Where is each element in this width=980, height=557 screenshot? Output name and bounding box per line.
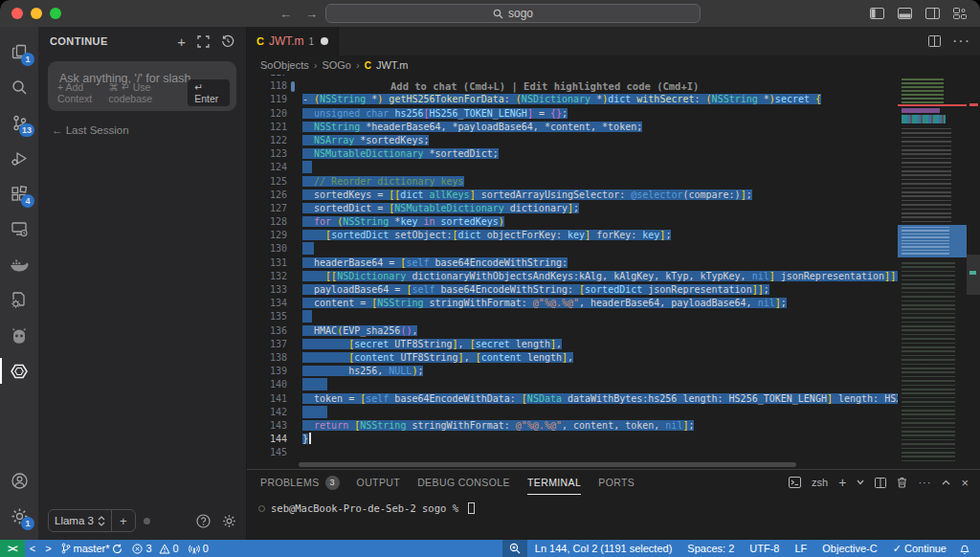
more-actions-icon[interactable]: ··· (918, 477, 931, 488)
overview-ruler[interactable] (967, 75, 980, 469)
panel-tab-output[interactable]: OUTPUT (357, 470, 401, 495)
ports-item[interactable]: 0 (184, 540, 213, 557)
code-lines[interactable]: 117118Add to chat (Cmd+L) | Edit highlig… (247, 75, 898, 459)
line-number[interactable]: 142 (247, 406, 291, 419)
zoom-indicator[interactable] (502, 540, 527, 557)
customize-layout-icon[interactable] (953, 8, 967, 19)
add-model-button[interactable]: + (111, 510, 135, 531)
scrollbar-thumb[interactable] (967, 255, 980, 295)
line-number[interactable]: 135 (247, 310, 291, 323)
sidebar-item-run-debug[interactable] (0, 141, 38, 176)
add-context-button[interactable]: + Add Context (57, 81, 109, 104)
code-line[interactable]: 118Add to chat (Cmd+L) | Edit highlighte… (247, 79, 898, 93)
code-line[interactable]: 145 (247, 446, 898, 459)
line-number[interactable]: 133 (247, 283, 291, 297)
line-number[interactable]: 129 (247, 229, 291, 242)
line-number[interactable]: 137 (247, 338, 291, 351)
code-line[interactable]: 142 (247, 406, 898, 419)
new-session-icon[interactable]: + (177, 33, 186, 50)
settings-button[interactable]: 1 (0, 499, 38, 534)
code-line[interactable]: 130 (247, 242, 898, 256)
code-line[interactable]: 131 headerBase64 = [self base64EncodeWit… (247, 256, 898, 270)
trash-icon[interactable] (897, 477, 907, 488)
line-number[interactable]: 126 (247, 189, 291, 202)
line-number[interactable]: 138 (247, 351, 291, 365)
close-panel-icon[interactable]: × (961, 476, 969, 490)
line-number[interactable]: 128 (247, 215, 291, 229)
terminal[interactable]: seb@MacBook-Pro-de-Seb-2 sogo % (247, 495, 980, 514)
sidebar-item-explorer[interactable]: 1 (0, 34, 38, 70)
line-number[interactable]: 130 (247, 242, 291, 256)
last-session-link[interactable]: ← Last Session (52, 124, 233, 136)
nav-forward-icon[interactable]: → (305, 7, 318, 21)
breadcrumb-folder[interactable]: SOGo (322, 59, 351, 71)
code-line[interactable]: 119- (NSString *) getHS256TokenForData: … (247, 93, 898, 106)
sidebar-item-extensions[interactable]: 4 (0, 176, 38, 212)
code-line[interactable]: 123 NSMutableDictionary *sortedDict; (247, 147, 898, 161)
model-selector[interactable]: Llama 3 + (48, 509, 136, 532)
sidebar-item-project-tools[interactable] (0, 282, 38, 318)
git-branch-item[interactable]: master* (56, 540, 128, 557)
breadcrumb-file[interactable]: JWT.m (376, 59, 409, 71)
code-line[interactable]: 144} (247, 433, 898, 446)
history-icon[interactable] (221, 34, 234, 48)
line-number[interactable]: 131 (247, 256, 291, 270)
notifications-item[interactable] (954, 540, 980, 557)
continue-chat-input[interactable]: + Add Context ⌘ ↵ Use codebase ↵ Enter (48, 61, 236, 111)
code-line[interactable]: 133 payloadBase64 = [self base64EncodeWi… (247, 283, 898, 297)
split-editor-icon[interactable] (928, 35, 941, 47)
enter-button[interactable]: ↵ Enter (188, 79, 230, 106)
sidebar-item-source-control[interactable]: 13 (0, 105, 38, 141)
encoding-item[interactable]: UTF-8 (742, 540, 787, 557)
line-number[interactable]: 121 (247, 121, 291, 134)
nav-back-icon[interactable]: ← (279, 7, 292, 21)
code-line[interactable]: 121 NSString *headerBase64, *payloadBase… (247, 121, 898, 134)
zoom-button[interactable] (50, 8, 61, 19)
line-number[interactable]: 139 (247, 365, 291, 378)
panel-tab-debug-console[interactable]: DEBUG CONSOLE (417, 470, 510, 495)
minimap[interactable] (898, 75, 967, 469)
panel-tab-problems[interactable]: PROBLEMS3 (260, 470, 340, 495)
line-number[interactable]: 136 (247, 324, 291, 338)
line-number[interactable]: 123 (247, 147, 291, 161)
new-terminal-icon[interactable]: + (838, 475, 846, 490)
toggle-secondary-sidebar-icon[interactable] (925, 8, 940, 19)
gear-icon[interactable] (222, 514, 236, 528)
chevron-down-icon[interactable] (857, 479, 864, 485)
sidebar-item-ai-assistant[interactable] (0, 318, 38, 353)
sidebar-item-continue[interactable] (0, 353, 38, 389)
nav-forward-item[interactable]: > (40, 540, 56, 557)
panel-tab-terminal[interactable]: TERMINAL (527, 470, 581, 495)
code-line[interactable]: 128 for (NSString *key in sortedKeys) (247, 215, 898, 229)
sidebar-item-docker[interactable] (0, 247, 38, 282)
code-line[interactable]: 143 return [NSString stringWithFormat: @… (247, 419, 898, 433)
code-editor[interactable]: 117118Add to chat (Cmd+L) | Edit highlig… (247, 75, 980, 469)
continue-codelens[interactable]: Add to chat (Cmd+L) | Edit highlighted c… (306, 80, 699, 92)
code-line[interactable]: 127 sortedDict = [NSMutableDictionary di… (247, 202, 898, 215)
line-number[interactable]: 118 (247, 79, 291, 93)
command-center-search[interactable]: sogo (325, 4, 701, 23)
remote-indicator[interactable]: >< (0, 540, 25, 557)
code-line[interactable]: 137 [secret UTF8String], [secret length]… (247, 338, 898, 351)
minimize-button[interactable] (31, 8, 42, 19)
horizontal-scrollbar[interactable] (299, 462, 796, 467)
line-number[interactable]: 143 (247, 419, 291, 433)
line-number[interactable]: 124 (247, 161, 291, 174)
tab-jwt-m[interactable]: C JWT.m 1 (247, 27, 339, 56)
code-line[interactable]: 141 token = [self base64EncodeWithData: … (247, 392, 898, 406)
problems-item[interactable]: 3 0 (127, 540, 183, 557)
line-number[interactable]: 145 (247, 446, 291, 459)
split-terminal-icon[interactable] (875, 478, 886, 488)
help-icon[interactable] (196, 514, 211, 528)
toggle-sidebar-icon[interactable] (870, 8, 884, 19)
code-line[interactable]: 126 sortedKeys = [[dict allKeys] sortedA… (247, 189, 898, 202)
code-line[interactable]: 124 (247, 161, 898, 174)
breadcrumb-folder[interactable]: SoObjects (260, 59, 309, 71)
code-line[interactable]: 134 content = [NSString stringWithFormat… (247, 297, 898, 310)
indentation-item[interactable]: Spaces: 2 (679, 540, 742, 557)
account-button[interactable] (0, 463, 38, 499)
line-number[interactable]: 140 (247, 378, 291, 391)
line-number[interactable]: 120 (247, 107, 291, 121)
shell-label[interactable]: zsh (812, 477, 828, 488)
unsaved-dot-icon[interactable] (321, 37, 328, 45)
